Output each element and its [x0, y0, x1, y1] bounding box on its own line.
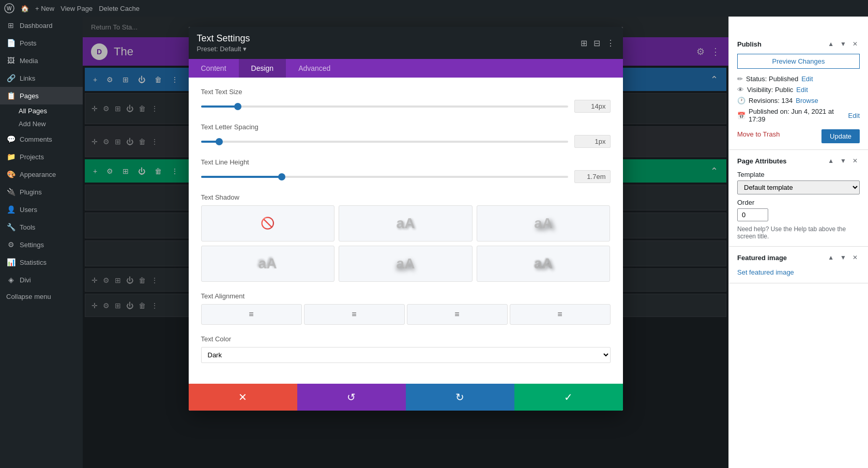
- sidebar-subitem-all-pages[interactable]: All Pages: [0, 104, 83, 117]
- sidebar-label-links: Links: [20, 74, 35, 82]
- text-alignment-label: Text Alignment: [201, 292, 611, 300]
- visibility-edit-link[interactable]: Edit: [796, 86, 808, 94]
- feat-img-up[interactable]: ▲: [826, 253, 836, 262]
- sidebar-item-users[interactable]: 👤 Users: [0, 201, 83, 218]
- sidebar-label-divi: Divi: [20, 276, 31, 284]
- collapse-menu-button[interactable]: Collapse menu: [0, 289, 83, 305]
- line-height-slider-container: 1.7em: [201, 170, 611, 183]
- modal-header: Text Settings Preset: Default ▾ ⊞ ⊟ ⋮: [189, 27, 623, 59]
- text-size-slider[interactable]: [201, 105, 568, 108]
- line-height-slider[interactable]: [201, 176, 568, 178]
- tab-content[interactable]: Content: [189, 59, 239, 78]
- published-edit-link[interactable]: Edit: [848, 112, 860, 119]
- sidebar-item-tools[interactable]: 🔧 Tools: [0, 218, 83, 236]
- sidebar-item-pages[interactable]: 📋 Pages: [0, 87, 83, 104]
- status-edit-link[interactable]: Edit: [801, 75, 813, 83]
- sidebar-subitem-add-new[interactable]: Add New: [0, 117, 83, 130]
- text-size-slider-thumb[interactable]: [234, 103, 241, 110]
- feat-img-down[interactable]: ▼: [838, 253, 848, 262]
- modal-split-icon[interactable]: ⊟: [593, 38, 600, 48]
- text-size-value[interactable]: 14px: [574, 100, 611, 113]
- template-label: Template: [737, 171, 860, 178]
- revisions-row: 🕐 Revisions: 134 Browse: [737, 97, 860, 104]
- sidebar-item-projects[interactable]: 📁 Projects: [0, 148, 83, 165]
- letter-spacing-slider-container: 1px: [201, 135, 611, 148]
- line-height-value[interactable]: 1.7em: [574, 170, 611, 183]
- admin-bar-new[interactable]: + New: [35, 5, 54, 12]
- shadow-option-5[interactable]: aA: [477, 246, 611, 282]
- align-justify[interactable]: ≡: [510, 304, 611, 325]
- sidebar-item-plugins[interactable]: 🔌 Plugins: [0, 183, 83, 201]
- align-left[interactable]: ≡: [201, 304, 302, 325]
- pencil-icon: ✏: [737, 75, 743, 83]
- comments-icon: 💬: [6, 134, 16, 144]
- line-height-label: Text Line Height: [201, 158, 611, 166]
- posts-icon: 📄: [6, 38, 16, 48]
- tab-advanced[interactable]: Advanced: [286, 59, 343, 78]
- redo-button[interactable]: ↻: [406, 384, 514, 411]
- cancel-button[interactable]: ✕: [189, 384, 297, 411]
- publish-collapse-x[interactable]: ✕: [850, 39, 860, 49]
- publish-collapse-down[interactable]: ▼: [838, 39, 848, 49]
- sidebar-item-comments[interactable]: 💬 Comments: [0, 130, 83, 148]
- tab-design[interactable]: Design: [239, 59, 286, 78]
- order-input[interactable]: [737, 208, 768, 221]
- shadow-option-4[interactable]: aA: [339, 246, 473, 282]
- sidebar-label-comments: Comments: [20, 135, 52, 143]
- shadow-option-1[interactable]: aA: [339, 205, 473, 241]
- update-button[interactable]: Update: [821, 129, 860, 143]
- feat-img-x[interactable]: ✕: [850, 253, 860, 262]
- move-to-trash-link[interactable]: Move to Trash: [737, 130, 780, 138]
- shadow-option-3[interactable]: aA: [201, 246, 335, 282]
- align-center[interactable]: ≡: [304, 304, 405, 325]
- sidebar-item-settings[interactable]: ⚙ Settings: [0, 236, 83, 253]
- admin-bar-delete-cache[interactable]: Delete Cache: [99, 5, 140, 12]
- text-size-slider-container: 14px: [201, 100, 611, 113]
- sidebar-item-posts[interactable]: 📄 Posts: [0, 34, 83, 52]
- shadow-option-2[interactable]: aA: [477, 205, 611, 241]
- featured-image-title: Featured image: [737, 254, 787, 262]
- sidebar-label-plugins: Plugins: [20, 188, 42, 196]
- revisions-browse-link[interactable]: Browse: [796, 97, 818, 104]
- line-height-thumb[interactable]: [278, 173, 285, 180]
- modal-fullscreen-icon[interactable]: ⊞: [581, 38, 587, 48]
- line-height-setting: Text Line Height 1.7em: [201, 158, 611, 183]
- admin-bar-view-page[interactable]: View Page: [60, 5, 93, 12]
- svg-text:W: W: [7, 6, 12, 11]
- publish-section-title: Publish: [737, 40, 762, 48]
- shadow-preview-1: aA: [397, 215, 415, 232]
- publish-collapse-up[interactable]: ▲: [826, 39, 836, 49]
- undo-button[interactable]: ↺: [297, 384, 406, 411]
- alignment-options-grid: ≡ ≡ ≡ ≡: [201, 304, 611, 325]
- align-right[interactable]: ≡: [407, 304, 508, 325]
- admin-bar-home[interactable]: 🏠: [21, 5, 29, 12]
- text-color-select[interactable]: Dark Light Custom: [201, 347, 611, 363]
- sidebar-item-divi[interactable]: ◈ Divi: [0, 271, 83, 289]
- appearance-icon: 🎨: [6, 170, 16, 179]
- visibility-row: 👁 Visibility: Public Edit: [737, 86, 860, 94]
- sidebar-item-links[interactable]: 🔗 Links: [0, 69, 83, 87]
- letter-spacing-value[interactable]: 1px: [574, 135, 611, 148]
- text-alignment-setting: Text Alignment ≡ ≡ ≡ ≡: [201, 292, 611, 325]
- template-select[interactable]: Default template Full Width Blank: [737, 180, 860, 194]
- letter-spacing-slider[interactable]: [201, 141, 568, 143]
- page-attr-up[interactable]: ▲: [826, 156, 836, 165]
- visibility-label: Visibility: Public: [747, 86, 793, 94]
- shadow-none-option[interactable]: 🚫: [201, 205, 335, 241]
- sidebar-item-media[interactable]: 🖼 Media: [0, 52, 83, 69]
- calendar-icon: 📅: [737, 112, 745, 119]
- featured-image-section: Featured image ▲ ▼ ✕ Set featured image: [729, 247, 868, 283]
- page-attr-down[interactable]: ▼: [838, 156, 848, 165]
- page-attr-x[interactable]: ✕: [850, 156, 860, 165]
- preview-changes-button[interactable]: Preview Changes: [737, 54, 860, 69]
- sidebar-item-statistics[interactable]: 📊 Statistics: [0, 253, 83, 271]
- confirm-button[interactable]: ✓: [514, 384, 623, 411]
- sidebar-item-appearance[interactable]: 🎨 Appearance: [0, 165, 83, 183]
- letter-spacing-thumb[interactable]: [216, 138, 223, 145]
- set-featured-image-link[interactable]: Set featured image: [737, 268, 794, 276]
- users-icon: 👤: [6, 205, 16, 214]
- modal-preset[interactable]: Preset: Default ▾: [197, 45, 250, 53]
- sidebar-item-dashboard[interactable]: ⊞ Dashboard: [0, 17, 83, 34]
- modal-close-icon[interactable]: ⋮: [606, 38, 615, 48]
- modal-overlay: Text Settings Preset: Default ▾ ⊞ ⊟ ⋮ Co…: [83, 17, 728, 468]
